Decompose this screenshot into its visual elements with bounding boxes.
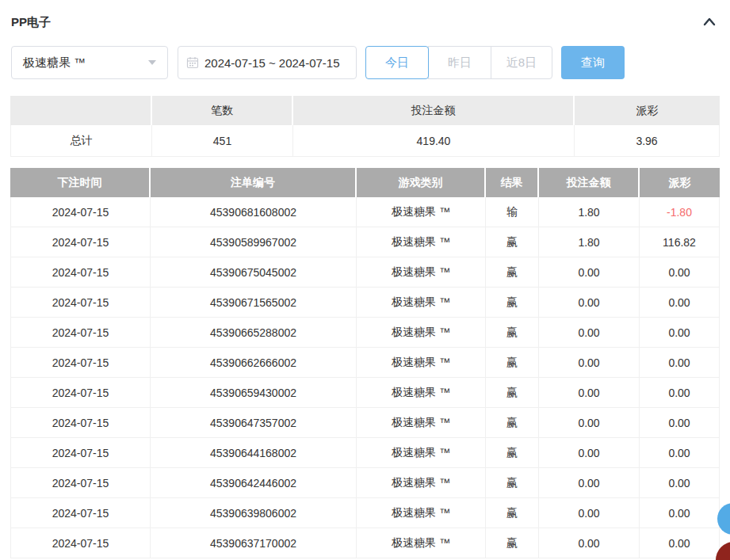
cell-result: 赢 (486, 227, 539, 257)
summary-header-cell: 投注金额 (293, 96, 575, 125)
cell-order-id: 45390589967002 (151, 227, 357, 257)
cell-bet-amount: 0.00 (539, 348, 640, 377)
cell-payout: 0.00 (640, 408, 719, 437)
cell-result: 赢 (486, 438, 539, 467)
table-row: 2024-07-1545390642446002极速糖果 ™赢0.000.00 (10, 468, 720, 498)
collapse-button[interactable] (701, 14, 717, 30)
table-row: 2024-07-1545390644168002极速糖果 ™赢0.000.00 (10, 438, 720, 468)
game-select-value: 极速糖果 ™ (23, 55, 148, 70)
cell-bet-time: 2024-07-15 (11, 528, 151, 558)
cell-payout: 0.00 (640, 438, 719, 467)
cell-bet-time: 2024-07-15 (11, 288, 151, 317)
cell-order-id: 45390665288002 (151, 318, 357, 347)
cell-bet-amount: 0.00 (539, 378, 640, 407)
table-row: 2024-07-1545390639806002极速糖果 ™赢0.000.00 (10, 498, 720, 528)
table-row: 2024-07-1545390589967002极速糖果 ™赢1.80116.8… (10, 227, 720, 257)
search-button[interactable]: 查询 (561, 46, 625, 79)
cell-game-type: 极速糖果 ™ (357, 438, 486, 467)
cell-bet-amount: 0.00 (539, 498, 640, 528)
date-range-picker[interactable]: 2024-07-15 ~ 2024-07-15 (178, 46, 357, 79)
yesterday-button[interactable]: 昨日 (428, 46, 491, 79)
cell-bet-amount: 0.00 (539, 257, 640, 287)
cell-payout: 0.00 (640, 468, 719, 497)
cell-game-type: 极速糖果 ™ (357, 227, 486, 257)
cell-game-type: 极速糖果 ™ (357, 528, 486, 558)
table-row: 2024-07-1545390662666002极速糖果 ™赢0.000.00 (10, 348, 720, 378)
cell-game-type: 极速糖果 ™ (357, 468, 486, 497)
cell-bet-amount: 0.00 (539, 438, 640, 467)
cell-bet-time: 2024-07-15 (11, 438, 151, 467)
cell-bet-time: 2024-07-15 (11, 227, 151, 257)
records-header-cell: 派彩 (640, 168, 720, 197)
cell-bet-time: 2024-07-15 (11, 498, 151, 528)
quick-range-group: 今日 昨日 近8日 (365, 46, 552, 79)
summary-header: 笔数投注金额派彩 (10, 96, 720, 125)
calendar-icon (186, 56, 199, 69)
cell-order-id: 45390647357002 (151, 408, 357, 437)
last-8-days-button[interactable]: 近8日 (491, 46, 552, 79)
summary-total-payout: 3.96 (575, 125, 719, 156)
pp-electronic-panel: PP电子 极速糖果 ™ 2024-07-15 ~ 2024-0 (0, 0, 730, 560)
chevron-up-icon (701, 14, 717, 30)
cell-result: 赢 (486, 318, 539, 347)
today-button[interactable]: 今日 (365, 46, 429, 79)
cell-payout: 0.00 (640, 318, 719, 347)
cell-order-id: 45390662666002 (151, 348, 357, 377)
chevron-down-icon (148, 60, 156, 65)
cell-game-type: 极速糖果 ™ (357, 348, 486, 377)
cell-result: 赢 (486, 408, 539, 437)
cell-bet-time: 2024-07-15 (11, 468, 151, 497)
cell-game-type: 极速糖果 ™ (357, 197, 486, 227)
cell-result: 赢 (486, 288, 539, 317)
cell-result: 赢 (486, 257, 539, 287)
cell-order-id: 45390639806002 (151, 498, 357, 528)
cell-bet-time: 2024-07-15 (11, 348, 151, 377)
cell-payout: 0.00 (640, 288, 719, 317)
cell-order-id: 45390659430002 (151, 378, 357, 407)
cell-game-type: 极速糖果 ™ (357, 408, 486, 437)
summary-table: 笔数投注金额派彩 总计 451 419.40 3.96 (10, 96, 720, 157)
cell-game-type: 极速糖果 ™ (357, 257, 486, 287)
cell-bet-amount: 0.00 (539, 468, 640, 497)
records-header-cell: 下注时间 (10, 168, 151, 197)
table-row: 2024-07-1545390681608002极速糖果 ™输1.80-1.80 (10, 197, 720, 227)
records-header-cell: 结果 (486, 168, 539, 197)
cell-order-id: 45390675045002 (151, 257, 357, 287)
summary-total-count: 451 (152, 125, 293, 156)
cell-bet-time: 2024-07-15 (11, 318, 151, 347)
cell-bet-time: 2024-07-15 (11, 408, 151, 437)
date-range-value: 2024-07-15 ~ 2024-07-15 (204, 56, 340, 70)
cell-game-type: 极速糖果 ™ (357, 318, 486, 347)
cell-result: 赢 (486, 378, 539, 407)
cell-payout: 0.00 (640, 257, 719, 287)
cell-payout: 0.00 (640, 378, 719, 407)
cell-order-id: 45390644168002 (151, 438, 357, 467)
summary-total-row: 总计 451 419.40 3.96 (10, 125, 720, 157)
page-title: PP电子 (11, 15, 51, 30)
cell-result: 赢 (486, 468, 539, 497)
records-body: 2024-07-1545390681608002极速糖果 ™输1.80-1.80… (10, 197, 720, 558)
cell-order-id: 45390681608002 (151, 197, 357, 227)
cell-payout: 0.00 (640, 498, 719, 528)
game-select[interactable]: 极速糖果 ™ (11, 46, 168, 79)
records-table: 下注时间注单编号游戏类别结果投注金额派彩 2024-07-15453906816… (10, 168, 720, 558)
table-row: 2024-07-1545390675045002极速糖果 ™赢0.000.00 (10, 257, 720, 288)
table-row: 2024-07-1545390671565002极速糖果 ™赢0.000.00 (10, 288, 720, 318)
records-header-cell: 注单编号 (151, 168, 357, 197)
cell-result: 赢 (486, 498, 539, 528)
cell-bet-amount: 0.00 (539, 408, 640, 437)
cell-order-id: 45390637170002 (151, 528, 357, 558)
cell-payout: 0.00 (640, 528, 719, 558)
cell-game-type: 极速糖果 ™ (357, 378, 486, 407)
panel-header: PP电子 (11, 14, 717, 30)
cell-result: 赢 (486, 348, 539, 377)
table-row: 2024-07-1545390665288002极速糖果 ™赢0.000.00 (10, 318, 720, 348)
table-row: 2024-07-1545390659430002极速糖果 ™赢0.000.00 (10, 378, 720, 408)
cell-game-type: 极速糖果 ™ (357, 498, 486, 528)
cell-bet-amount: 0.00 (539, 318, 640, 347)
cell-payout: 0.00 (640, 348, 719, 377)
table-row: 2024-07-1545390637170002极速糖果 ™赢0.000.00 (10, 528, 720, 558)
summary-header-cell: 派彩 (575, 96, 720, 125)
cell-result: 赢 (486, 528, 539, 558)
table-row: 2024-07-1545390647357002极速糖果 ™赢0.000.00 (10, 408, 720, 438)
